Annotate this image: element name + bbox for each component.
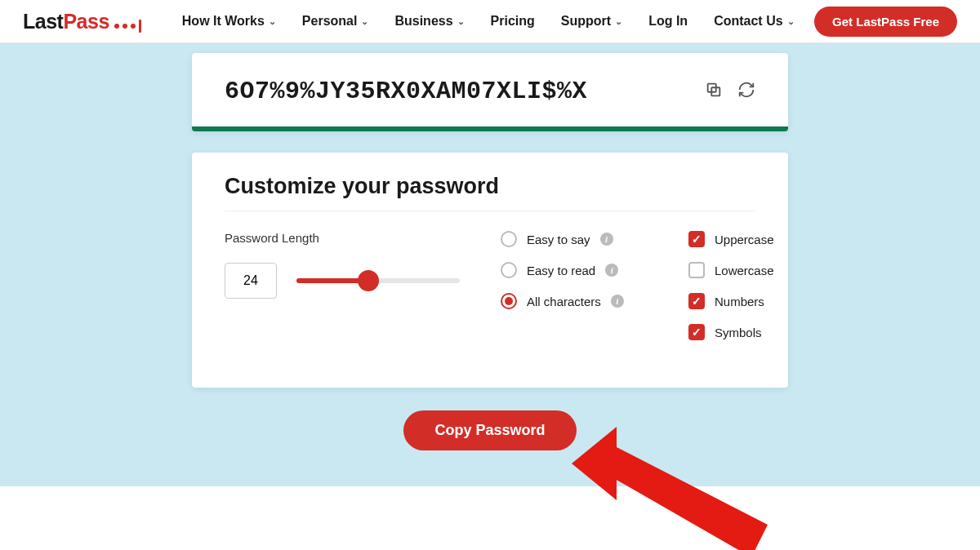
password-display-card: 6O7%9%JY35RX0XAM07XLI$%X xyxy=(192,53,788,131)
svg-marker-2 xyxy=(572,427,768,550)
charset-radios: Easy to say i Easy to read i All charact… xyxy=(501,231,648,355)
length-slider[interactable] xyxy=(296,278,460,283)
nav-contact[interactable]: Contact Us⌄ xyxy=(714,14,794,29)
options-title: Customize your password xyxy=(225,174,755,211)
nav-business[interactable]: Business⌄ xyxy=(394,14,464,29)
top-nav: LastPass How It Works⌄ Personal⌄ Busines… xyxy=(0,0,980,43)
nav-how-it-works[interactable]: How It Works⌄ xyxy=(182,14,276,29)
nav-links: How It Works⌄ Personal⌄ Business⌄ Pricin… xyxy=(182,14,801,29)
get-lastpass-button[interactable]: Get LastPass Free xyxy=(814,7,957,37)
chevron-down-icon: ⌄ xyxy=(457,16,465,27)
info-icon[interactable]: i xyxy=(605,264,618,277)
check-uppercase[interactable] xyxy=(688,231,705,247)
length-label: Password Length xyxy=(225,231,460,245)
nav-pricing[interactable]: Pricing xyxy=(491,14,535,29)
chevron-down-icon: ⌄ xyxy=(269,16,276,27)
length-input[interactable] xyxy=(225,263,277,299)
check-symbols[interactable] xyxy=(688,324,705,340)
check-numbers[interactable] xyxy=(688,293,705,309)
radio-easy-say-label: Easy to say xyxy=(527,233,590,246)
info-icon[interactable]: i xyxy=(600,233,613,246)
check-symbols-label: Symbols xyxy=(715,326,762,339)
copy-icon[interactable] xyxy=(705,81,723,102)
radio-easy-read-label: Easy to read xyxy=(527,264,595,277)
logo-text-last: Last xyxy=(23,10,63,33)
nav-support[interactable]: Support⌄ xyxy=(561,14,622,29)
slider-thumb[interactable] xyxy=(358,270,379,291)
password-actions xyxy=(705,81,755,102)
check-lowercase[interactable] xyxy=(688,262,705,278)
check-lowercase-label: Lowercase xyxy=(715,264,774,277)
generated-password[interactable]: 6O7%9%JY35RX0XAM07XLI$%X xyxy=(225,78,705,105)
annotation-arrow-icon xyxy=(572,427,784,550)
check-uppercase-label: Uppercase xyxy=(715,233,774,246)
chevron-down-icon: ⌄ xyxy=(615,16,622,27)
charclass-checks: Uppercase Lowercase Numbers Symbols xyxy=(688,231,803,355)
info-icon[interactable]: i xyxy=(611,295,624,308)
chevron-down-icon: ⌄ xyxy=(787,16,795,27)
radio-easy-read[interactable] xyxy=(501,262,517,278)
logo-dots-icon xyxy=(114,20,141,33)
generator-stage: 6O7%9%JY35RX0XAM07XLI$%X Customize your … xyxy=(0,43,980,486)
options-card: Customize your password Password Length … xyxy=(192,153,788,388)
logo-text-pass: Pass xyxy=(63,10,109,33)
regenerate-icon[interactable] xyxy=(737,81,755,102)
logo[interactable]: LastPass xyxy=(23,10,141,33)
check-numbers-label: Numbers xyxy=(715,295,764,308)
nav-personal[interactable]: Personal⌄ xyxy=(302,14,369,29)
length-column: Password Length xyxy=(225,231,460,355)
radio-all-chars-label: All characters xyxy=(527,295,601,308)
chevron-down-icon: ⌄ xyxy=(361,16,368,27)
copy-password-button[interactable]: Copy Password xyxy=(403,410,576,450)
radio-easy-say[interactable] xyxy=(501,231,517,247)
nav-login[interactable]: Log In xyxy=(648,14,688,29)
radio-all-chars[interactable] xyxy=(501,293,517,309)
